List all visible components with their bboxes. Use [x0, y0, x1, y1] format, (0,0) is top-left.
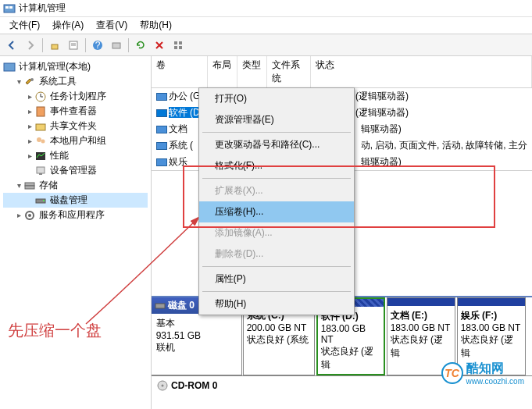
context-menu: 打开(O) 资源管理器(E) 更改驱动器号和路径(C)... 格式化(F)...…	[198, 87, 355, 315]
menu-sep	[202, 266, 351, 267]
toolbar: ?	[0, 34, 532, 56]
menu-delete: 删除卷(D)...	[199, 244, 354, 265]
menu-help[interactable]: 帮助(H)	[199, 293, 354, 315]
col-status[interactable]: 状态	[311, 56, 532, 87]
svg-rect-12	[174, 46, 177, 49]
col-fs[interactable]: 文件系统	[267, 56, 311, 87]
app-icon	[3, 2, 16, 15]
menu-shrink[interactable]: 压缩卷(H)...	[199, 201, 354, 222]
back-button[interactable]	[3, 37, 20, 54]
tree-task[interactable]: ▸任务计划程序	[3, 89, 148, 104]
watermark-logo: TC	[441, 362, 463, 384]
col-layout[interactable]: 布局	[208, 56, 237, 87]
svg-rect-26	[25, 183, 34, 186]
menu-format[interactable]: 格式化(F)...	[199, 155, 354, 176]
tree-event[interactable]: ▸事件查看器	[3, 104, 148, 119]
tree-services[interactable]: ▸服务和应用程序	[3, 208, 148, 222]
delete-button[interactable]	[151, 37, 168, 54]
svg-rect-19	[37, 107, 45, 116]
menu-change-letter[interactable]: 更改驱动器号和路径(C)...	[199, 134, 354, 155]
svg-point-31	[28, 214, 31, 217]
menu-extend: 扩展卷(X)...	[199, 180, 354, 201]
svg-rect-1	[5, 6, 9, 9]
watermark-en: www.coozhi.com	[466, 377, 524, 386]
menu-action[interactable]: 操作(A)	[46, 17, 90, 34]
title-text: 计算机管理	[19, 2, 66, 15]
col-type[interactable]: 类型	[237, 56, 267, 87]
view-button[interactable]	[170, 37, 187, 54]
content-area: 卷 布局 类型 文件系统 状态 办公 (G:)简单基本NTFS状态良好 (逻辑驱…	[152, 56, 532, 409]
svg-text:?: ?	[95, 40, 101, 51]
watermark-cn: 酷知网	[466, 361, 524, 377]
menubar: 文件(F) 操作(A) 查看(V) 帮助(H)	[0, 17, 532, 34]
svg-rect-3	[52, 44, 58, 49]
refresh-button[interactable]	[132, 37, 149, 54]
svg-rect-24	[37, 167, 45, 173]
tree-sidebar: 计算机管理(本地) ▾系统工具 ▸任务计划程序 ▸事件查看器 ▸共享文件夹 ▸本…	[0, 56, 152, 409]
forward-button[interactable]	[22, 37, 39, 54]
svg-rect-25	[39, 173, 42, 175]
svg-point-22	[41, 139, 45, 143]
tree-root[interactable]: 计算机管理(本地)	[3, 59, 148, 74]
menu-mirror: 添加镜像(A)...	[199, 222, 354, 244]
help-button[interactable]: ?	[89, 37, 106, 54]
menu-help[interactable]: 帮助(H)	[134, 17, 178, 34]
annotation-text: 先压缩一个盘	[8, 320, 102, 341]
titlebar: 计算机管理	[0, 0, 532, 17]
volume-icon	[156, 142, 167, 150]
svg-point-21	[37, 137, 41, 142]
menu-explorer[interactable]: 资源管理器(E)	[199, 109, 354, 130]
svg-point-34	[161, 385, 163, 387]
svg-point-29	[43, 200, 45, 201]
tree-shared[interactable]: ▸共享文件夹	[3, 119, 148, 133]
watermark: TC 酷知网 www.coozhi.com	[441, 361, 524, 386]
volume-icon	[156, 126, 167, 133]
svg-rect-32	[155, 304, 165, 308]
svg-rect-11	[179, 41, 182, 44]
volume-icon	[156, 158, 167, 166]
svg-point-15	[30, 78, 34, 81]
svg-rect-14	[4, 63, 15, 71]
svg-rect-13	[179, 46, 182, 49]
menu-sep	[202, 178, 351, 179]
tree-diskmgmt[interactable]: 磁盘管理	[3, 193, 148, 208]
disk-icon	[155, 301, 166, 311]
properties-button[interactable]	[65, 37, 82, 54]
tree-localusers[interactable]: ▸本地用户和组	[3, 133, 148, 148]
svg-rect-20	[36, 124, 45, 130]
col-volume[interactable]: 卷	[152, 56, 208, 87]
volumes-header: 卷 布局 类型 文件系统 状态	[152, 56, 532, 88]
menu-open[interactable]: 打开(O)	[199, 88, 354, 109]
menu-sep	[202, 291, 351, 292]
menu-view[interactable]: 查看(V)	[90, 17, 134, 34]
up-button[interactable]	[46, 37, 63, 54]
menu-file[interactable]: 文件(F)	[3, 17, 46, 34]
svg-rect-9	[112, 43, 120, 48]
tree-perf[interactable]: ▸性能	[3, 148, 148, 163]
menu-properties[interactable]: 属性(P)	[199, 269, 354, 290]
tree-storage[interactable]: ▾存储	[3, 178, 148, 193]
cdrom-icon	[156, 379, 169, 392]
volume-icon	[156, 109, 167, 117]
tree-systools[interactable]: ▾系统工具	[3, 74, 148, 89]
svg-rect-27	[25, 186, 34, 189]
menu-sep	[202, 132, 351, 133]
settings-button[interactable]	[108, 37, 125, 54]
svg-rect-10	[174, 41, 177, 44]
svg-rect-2	[9, 6, 12, 9]
volume-icon	[156, 93, 167, 101]
tree-devmgr[interactable]: 设备管理器	[3, 163, 148, 178]
